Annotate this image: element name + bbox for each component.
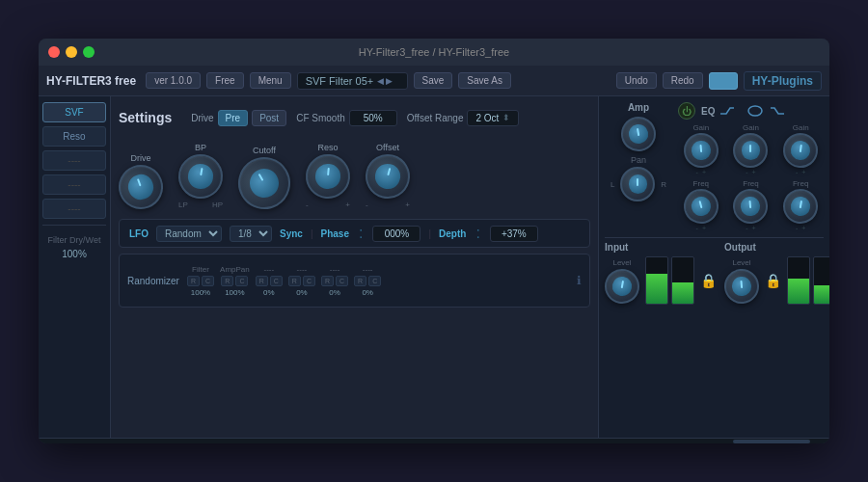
output-lock-icon[interactable]: 🔒 <box>765 273 781 288</box>
preset-selector[interactable]: SVF Filter 05+ ◀ ▶ <box>297 72 408 90</box>
reso-knob[interactable] <box>304 152 352 201</box>
offset-arrow-icon: ⬍ <box>502 113 510 122</box>
save-button[interactable]: Save <box>414 72 453 89</box>
free-button[interactable]: Free <box>206 72 244 89</box>
amp-knob[interactable] <box>618 114 659 154</box>
rand-c-0[interactable]: C <box>202 276 214 286</box>
depth-value[interactable]: +37% <box>490 226 538 242</box>
sidebar-item-3[interactable]: ---- <box>42 150 106 171</box>
input-meter-l <box>645 256 668 305</box>
rand-c-5[interactable]: C <box>368 276 381 286</box>
randomizer-row: Randomizer Filter R C 100% AmpPan R <box>119 254 590 308</box>
eq-freq-1-knob[interactable] <box>680 185 722 228</box>
rand-c-4[interactable]: C <box>336 276 348 286</box>
drive-knob[interactable] <box>113 159 170 216</box>
rand-c-3[interactable]: C <box>303 276 315 286</box>
rand-c-2[interactable]: C <box>270 276 283 286</box>
menu-button[interactable]: Menu <box>250 72 291 89</box>
rand-r-3[interactable]: R <box>288 276 301 286</box>
prev-preset-icon[interactable]: ◀ <box>377 76 384 86</box>
pan-label: Pan <box>631 155 646 165</box>
input-meter-r <box>671 256 694 305</box>
depth-label: Depth <box>439 228 466 239</box>
output-meter-l <box>787 256 810 305</box>
scroll-thumb[interactable] <box>733 440 810 443</box>
phase-value[interactable]: 000% <box>372 226 420 242</box>
input-level-knob[interactable] <box>602 266 642 307</box>
preset-arrows[interactable]: ◀ ▶ <box>377 76 393 86</box>
cf-smooth-value[interactable]: 50% <box>349 110 397 126</box>
input-section: Input Level <box>605 242 717 305</box>
minimize-button[interactable] <box>66 46 77 58</box>
output-level-knob[interactable] <box>722 267 760 305</box>
info-icon[interactable]: ℹ <box>577 274 582 287</box>
eq-freq-2-knob[interactable] <box>732 187 770 225</box>
color-swatch[interactable] <box>709 72 738 90</box>
redo-button[interactable]: Redo <box>663 72 703 89</box>
center-panel: Settings Drive Pre Post CF Smooth 50% Of… <box>111 96 598 438</box>
eq-low-shelf-icon[interactable] <box>720 104 740 118</box>
rand-r-1[interactable]: R <box>221 276 233 286</box>
rand-rc-row-1: R C <box>221 276 248 286</box>
rand-r-4[interactable]: R <box>321 276 334 286</box>
output-meter-r <box>813 256 829 305</box>
lfo-type-select[interactable]: Random <box>156 226 222 242</box>
rand-col-5: ---- R C 0% <box>354 265 381 297</box>
rand-col-label-5: ---- <box>363 265 373 274</box>
eq-gain-1-label: Gain <box>692 123 709 132</box>
save-as-button[interactable]: Save As <box>458 72 511 89</box>
settings-row: Settings Drive Pre Post CF Smooth 50% Of… <box>119 102 590 133</box>
next-preset-icon[interactable]: ▶ <box>386 76 393 86</box>
brand-label: HY-FILTER3 free <box>46 74 136 88</box>
sidebar-item-svf[interactable]: SVF <box>42 102 106 122</box>
offset-knob-group: Offset - + <box>366 143 410 209</box>
cutoff-knob[interactable] <box>229 147 300 219</box>
hy-plugins-label: HY-Plugins <box>744 71 822 91</box>
version-button[interactable]: ver 1.0.0 <box>146 72 201 89</box>
offset-range-labels: - + <box>366 201 410 209</box>
rand-val-4: 0% <box>329 288 340 297</box>
close-button[interactable] <box>48 46 60 58</box>
rand-r-5[interactable]: R <box>354 276 366 286</box>
main-window: HY-Filter3_free / HY-Filter3_free HY-FIL… <box>39 39 829 443</box>
eq-power-button[interactable]: ⏻ <box>678 102 695 120</box>
drive-group: Drive Pre Post <box>191 110 286 126</box>
offset-range-select[interactable]: 2 Oct ⬍ <box>467 110 519 126</box>
eq-freq-3-knob[interactable] <box>780 186 821 227</box>
eq-high-shelf-icon[interactable] <box>771 104 790 118</box>
undo-button[interactable]: Undo <box>616 72 657 89</box>
reso-plus-label: + <box>345 201 350 209</box>
eq-freq-3-label: Freq <box>793 179 808 188</box>
pan-knob[interactable] <box>620 167 655 201</box>
preset-name: SVF Filter 05+ <box>306 75 374 87</box>
svg-point-0 <box>748 106 762 116</box>
lfo-rate-select[interactable]: 1/8 <box>230 226 272 242</box>
maximize-button[interactable] <box>83 46 95 58</box>
eq-freq-1-group: Freq - + <box>678 179 724 231</box>
drive-knob-group: Drive <box>119 153 163 209</box>
bp-knob[interactable] <box>175 150 226 201</box>
rand-c-1[interactable]: C <box>235 276 248 286</box>
post-button[interactable]: Post <box>252 110 286 126</box>
pre-button[interactable]: Pre <box>218 110 249 126</box>
sidebar-item-4[interactable]: ---- <box>42 174 106 195</box>
offset-knob-label: Offset <box>376 143 399 152</box>
toolbar: HY-FILTER3 free ver 1.0.0 Free Menu SVF … <box>39 66 829 96</box>
eq-gain-2-knob[interactable] <box>733 133 768 168</box>
rand-r-2[interactable]: R <box>256 276 268 286</box>
knobs-row: Drive BP LP HP <box>119 139 590 213</box>
sidebar-item-5[interactable]: ---- <box>42 199 106 219</box>
rand-r-0[interactable]: R <box>187 276 200 286</box>
sidebar-item-reso[interactable]: Reso <box>42 126 106 147</box>
input-lock-icon[interactable]: 🔒 <box>700 273 717 288</box>
offset-knob[interactable] <box>361 149 415 203</box>
eq-section: ⏻ EQ <box>678 102 824 231</box>
eq-gain-3-knob[interactable] <box>781 131 821 171</box>
scrollbar[interactable] <box>39 438 829 443</box>
rand-val-5: 0% <box>362 288 373 297</box>
eq-gain-1-knob[interactable] <box>682 131 719 169</box>
eq-bell-icon[interactable] <box>746 104 765 118</box>
left-sidebar: SVF Reso ---- ---- ---- Filter Dry/Wet 1… <box>39 96 111 438</box>
pan-l-label: L <box>610 180 614 189</box>
sidebar-separator <box>42 225 106 226</box>
